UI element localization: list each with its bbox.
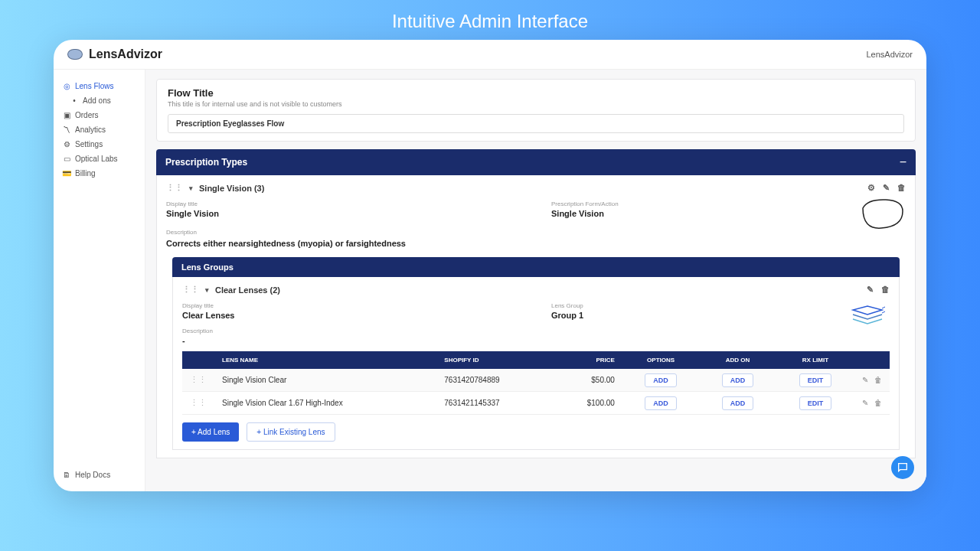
sidebar-item-analytics[interactable]: 〽 Analytics: [54, 122, 145, 137]
delete-icon[interactable]: 🗑: [874, 376, 882, 384]
sidebar-item-billing[interactable]: 💳 Billing: [54, 166, 145, 181]
col-addon: ADD ON: [699, 351, 776, 369]
edit-icon[interactable]: ✎: [862, 376, 868, 384]
flow-title-label: Flow Title: [168, 87, 904, 99]
form-value: Single Vision: [551, 209, 906, 218]
col-price: PRICE: [552, 351, 622, 369]
analytics-icon: 〽: [63, 126, 70, 134]
lens-shape-icon: [860, 197, 906, 231]
col-rxlimit: RX LIMIT: [776, 351, 854, 369]
section-title: Prescription Types: [165, 157, 247, 168]
drag-icon[interactable]: ⋮⋮: [182, 285, 199, 295]
chat-widget-button[interactable]: [891, 456, 914, 479]
nav-label: Lens Flows: [75, 82, 114, 90]
brand: LensAdvizor: [67, 47, 162, 61]
drag-icon[interactable]: ⋮⋮: [190, 398, 207, 407]
rxlimit-edit-button[interactable]: EDIT: [799, 396, 832, 410]
table-row: ⋮⋮Single Vision Clear 1.67 High-Index763…: [182, 392, 890, 415]
nav-label: Optical Labs: [75, 155, 118, 163]
lg-desc-value: -: [182, 336, 521, 345]
topbar-app-name: LensAdvizor: [866, 50, 913, 59]
addon-add-button[interactable]: ADD: [722, 396, 754, 410]
brand-logo-icon: [67, 49, 83, 60]
cell-price: $100.00: [552, 392, 622, 415]
cell-shopify-id: 7631420784889: [436, 369, 552, 392]
flow-title-card: Flow Title This title is for internal us…: [156, 79, 916, 142]
desc-label: Description: [166, 229, 521, 236]
cell-lens-name: Single Vision Clear: [214, 369, 436, 392]
table-row: ⋮⋮Single Vision Clear7631420784889$50.00…: [182, 369, 890, 392]
orders-icon: ▣: [63, 112, 70, 119]
sidebar-item-add-ons[interactable]: • Add ons: [54, 93, 145, 108]
rxlimit-edit-button[interactable]: EDIT: [799, 373, 832, 387]
edit-icon[interactable]: ✎: [883, 183, 890, 193]
bullet-icon: •: [70, 97, 78, 105]
sidebar-item-lens-flows[interactable]: ◎ Lens Flows: [54, 79, 145, 93]
doc-icon: 🗎: [63, 471, 70, 479]
prescription-types-header: Prescription Types −: [156, 149, 916, 175]
brand-name: LensAdvizor: [89, 47, 162, 61]
flow-title-input[interactable]: Prescription Eyeglasses Flow: [168, 114, 904, 133]
cell-shopify-id: 7631421145337: [436, 392, 552, 415]
app-frame: LensAdvizor LensAdvizor ◎ Lens Flows • A…: [54, 40, 926, 491]
lens-groups-body: ⋮⋮ ▾ Clear Lenses (2) ✎ 🗑 Display title: [172, 277, 900, 450]
display-title-value: Single Vision: [166, 209, 521, 218]
options-add-button[interactable]: ADD: [645, 373, 677, 387]
col-options: OPTIONS: [622, 351, 699, 369]
display-title-label: Display title: [166, 201, 521, 207]
lg-desc-label: Description: [182, 328, 521, 334]
nav-label: Orders: [75, 111, 99, 119]
lg-group-label: Lens Group: [551, 302, 890, 309]
gear-icon[interactable]: ⚙: [867, 183, 875, 193]
col-lens-name: LENS NAME: [214, 351, 436, 369]
col-shopify-id: SHOPIFY ID: [436, 351, 552, 369]
nav-label: Analytics: [75, 126, 106, 134]
prescription-types-body: ⋮⋮ ▾ Single Vision (3) ⚙ ✎ 🗑 Display tit…: [156, 175, 916, 458]
main-content: Flow Title This title is for internal us…: [145, 70, 926, 491]
nav-label: Help Docs: [75, 471, 110, 479]
prescription-item-title: Single Vision (3): [199, 184, 264, 193]
cell-price: $50.00: [552, 369, 622, 392]
layers-icon: [848, 302, 887, 330]
desc-value: Corrects either nearsightedness (myopia)…: [166, 239, 521, 248]
chat-icon: [897, 461, 909, 474]
hero-title: Intuitive Admin Interface: [0, 0, 980, 40]
caret-icon[interactable]: ▾: [205, 286, 209, 294]
sidebar-item-help-docs[interactable]: 🗎 Help Docs: [54, 468, 145, 482]
sidebar-item-optical-labs[interactable]: ▭ Optical Labs: [54, 152, 145, 166]
nav-label: Add ons: [83, 96, 111, 105]
nav-label: Settings: [75, 140, 103, 148]
add-lens-button[interactable]: + Add Lens: [182, 422, 239, 442]
caret-icon[interactable]: ▾: [189, 184, 193, 192]
collapse-icon[interactable]: −: [900, 155, 906, 169]
gear-icon: ⚙: [63, 141, 70, 148]
flows-icon: ◎: [63, 83, 70, 90]
drag-icon[interactable]: ⋮⋮: [190, 375, 207, 384]
options-add-button[interactable]: ADD: [645, 396, 677, 410]
addon-add-button[interactable]: ADD: [722, 373, 754, 387]
form-label: Prescription Form/Action: [551, 201, 906, 207]
lens-table: LENS NAME SHOPIFY ID PRICE OPTIONS ADD O…: [182, 351, 890, 415]
sidebar-item-settings[interactable]: ⚙ Settings: [54, 137, 145, 152]
lens-group-item-row[interactable]: ⋮⋮ ▾ Clear Lenses (2) ✎ 🗑: [182, 285, 890, 295]
labs-icon: ▭: [63, 155, 70, 163]
sidebar: ◎ Lens Flows • Add ons ▣ Orders 〽 Analyt…: [54, 70, 145, 491]
drag-icon[interactable]: ⋮⋮: [166, 183, 183, 193]
lg-display-title-label: Display title: [182, 302, 521, 309]
sidebar-item-orders[interactable]: ▣ Orders: [54, 108, 145, 122]
delete-icon[interactable]: 🗑: [881, 285, 890, 295]
link-existing-lens-button[interactable]: + Link Existing Lens: [247, 422, 335, 442]
edit-icon[interactable]: ✎: [867, 285, 874, 295]
lens-group-title: Clear Lenses (2): [215, 285, 280, 295]
cell-lens-name: Single Vision Clear 1.67 High-Index: [214, 392, 436, 415]
prescription-item-row[interactable]: ⋮⋮ ▾ Single Vision (3) ⚙ ✎ 🗑: [166, 183, 906, 193]
billing-icon: 💳: [63, 170, 70, 178]
flow-subtitle: This title is for internal use and is no…: [168, 100, 904, 108]
edit-icon[interactable]: ✎: [862, 399, 868, 407]
lens-groups-header: Lens Groups: [172, 257, 900, 277]
delete-icon[interactable]: 🗑: [897, 183, 906, 193]
delete-icon[interactable]: 🗑: [874, 399, 882, 407]
nav-label: Billing: [75, 169, 96, 178]
lg-display-title-value: Clear Lenses: [182, 311, 521, 320]
lg-group-value: Group 1: [551, 311, 890, 320]
